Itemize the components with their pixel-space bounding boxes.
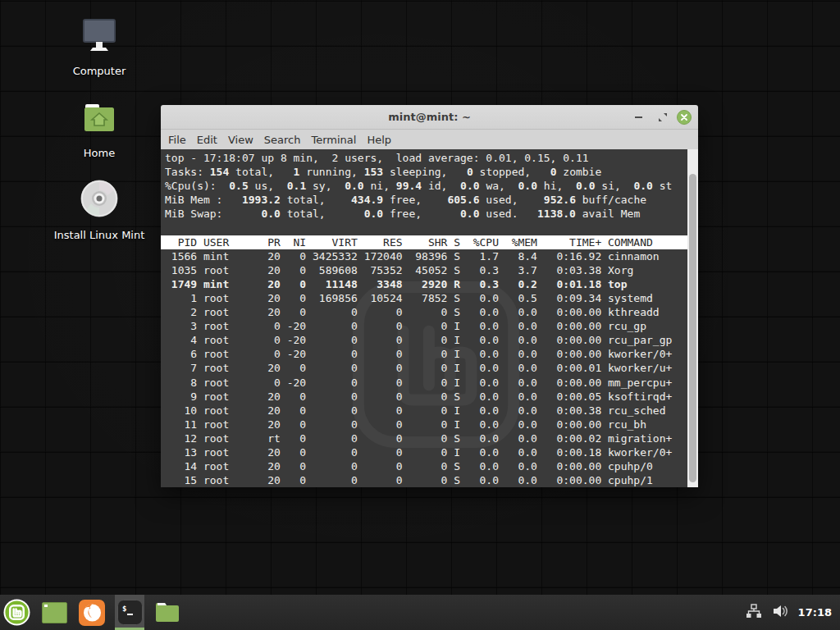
terminal-line — [161, 221, 687, 235]
desktop-icon-label: Install Linux Mint — [54, 229, 145, 241]
top-process-row: 1566 mint 20 0 3425332 172040 98396 S 1.… — [161, 249, 687, 263]
top-process-row: 13 root 20 0 0 0 0 I 0.0 0.0 0:00.18 kwo… — [161, 445, 687, 459]
maximize-button[interactable] — [652, 105, 673, 130]
top-process-row: 10 root 20 0 0 0 0 I 0.0 0.0 0:00.38 rcu… — [161, 404, 687, 418]
terminal-menubar: FileEditViewSearchTerminalHelp — [161, 130, 698, 149]
desktop-icon-label: Computer — [73, 65, 126, 77]
menu-item-edit[interactable]: Edit — [197, 132, 228, 148]
panel-clock[interactable]: 17:18 — [798, 606, 832, 619]
terminal-line: MiB Mem : 1993.2 total, 434.9 free, 605.… — [161, 193, 687, 207]
minimize-button[interactable] — [628, 105, 649, 130]
menu-button[interactable] — [2, 595, 31, 630]
folder-icon — [154, 601, 180, 623]
top-process-row: 4 root 0 -20 0 0 0 I 0.0 0.0 0:00.00 rcu… — [161, 333, 687, 347]
top-process-row: 3 root 0 -20 0 0 0 I 0.0 0.0 0:00.00 rcu… — [161, 319, 687, 333]
terminal-scrollbar[interactable] — [687, 149, 698, 487]
terminal-window: mint@mint: ~ FileEditViewSearchTerminalH… — [161, 105, 698, 487]
terminal-screen[interactable]: top - 17:18:07 up 8 min, 2 users, load a… — [161, 149, 698, 487]
close-icon — [677, 110, 692, 125]
install-disc-icon — [78, 177, 121, 223]
terminal-line: top - 17:18:07 up 8 min, 2 users, load a… — [161, 151, 687, 165]
desktop-icon-home[interactable]: Home — [46, 97, 153, 159]
top-process-row: 15 root 20 0 0 0 0 S 0.0 0.0 0:00.00 cpu… — [161, 473, 687, 487]
taskbar-panel: $ 17:18 — [0, 595, 840, 630]
terminal-line: %Cpu(s): 0.5 us, 0.1 sy, 0.0 ni, 99.4 id… — [161, 179, 687, 193]
window-titlebar[interactable]: mint@mint: ~ — [161, 105, 698, 130]
svg-text:$: $ — [122, 605, 126, 613]
home-folder-icon — [79, 97, 120, 141]
restore-icon — [658, 112, 668, 122]
menu-item-help[interactable]: Help — [367, 132, 402, 148]
volume-icon[interactable] — [772, 604, 788, 622]
top-process-row: 1 root 20 0 169856 10524 7852 S 0.0 0.5 … — [161, 291, 687, 305]
top-process-row: 12 root rt 0 0 0 0 S 0.0 0.0 0:00.02 mig… — [161, 431, 687, 445]
network-icon[interactable] — [746, 604, 762, 622]
scrollbar-thumb[interactable] — [689, 174, 696, 482]
desktop-icon-label: Home — [84, 147, 115, 159]
desktop-window-icon — [42, 602, 67, 623]
top-process-row: 7 root 20 0 0 0 0 I 0.0 0.0 0:00.01 kwor… — [161, 361, 687, 375]
top-process-row: 8 root 0 -20 0 0 0 I 0.0 0.0 0:00.00 mm_… — [161, 376, 687, 390]
minimize-icon — [635, 116, 642, 118]
terminal-text-area[interactable]: top - 17:18:07 up 8 min, 2 users, load a… — [161, 149, 687, 487]
system-tray: 17:18 — [746, 604, 840, 622]
firefox-icon — [79, 600, 105, 626]
terminal-line: MiB Swap: 0.0 total, 0.0 free, 0.0 used.… — [161, 207, 687, 221]
menu-item-terminal[interactable]: Terminal — [311, 132, 367, 148]
top-table-header: PID USER PR NI VIRT RES SHR S %CPU %MEM … — [161, 235, 687, 249]
computer-icon — [79, 15, 120, 59]
terminal-line: Tasks: 154 total, 1 running, 153 sleepin… — [161, 165, 687, 179]
show-desktop-button[interactable] — [39, 595, 69, 630]
top-process-row: 1749 mint 20 0 11148 3348 2920 R 0.3 0.2… — [161, 277, 687, 291]
firefox-launcher[interactable] — [77, 595, 107, 630]
menu-item-search[interactable]: Search — [264, 132, 312, 148]
terminal-icon: $ — [117, 600, 143, 625]
files-launcher[interactable] — [153, 595, 182, 630]
top-process-row: 11 root 20 0 0 0 0 I 0.0 0.0 0:00.00 rcu… — [161, 418, 687, 431]
top-process-row: 6 root 0 -20 0 0 0 I 0.0 0.0 0:00.00 kwo… — [161, 347, 687, 361]
terminal-launcher[interactable]: $ — [115, 595, 144, 630]
window-title: mint@mint: ~ — [388, 111, 471, 123]
top-process-row: 9 root 20 0 0 0 0 S 0.0 0.0 0:00.05 ksof… — [161, 390, 687, 404]
top-process-row: 1035 root 20 0 589608 75352 45052 S 0.3 … — [161, 263, 687, 277]
desktop-icon-computer[interactable]: Computer — [46, 15, 153, 77]
desktop-icon-install-linux-mint[interactable]: Install Linux Mint — [46, 177, 153, 241]
top-process-row: 2 root 20 0 0 0 0 S 0.0 0.0 0:00.00 kthr… — [161, 305, 687, 319]
top-process-row: 14 root 20 0 0 0 0 S 0.0 0.0 0:00.00 cpu… — [161, 459, 687, 473]
close-button[interactable] — [673, 105, 695, 130]
mint-logo-icon — [3, 599, 30, 626]
menu-item-view[interactable]: View — [228, 132, 264, 148]
menu-item-file[interactable]: File — [168, 132, 197, 148]
